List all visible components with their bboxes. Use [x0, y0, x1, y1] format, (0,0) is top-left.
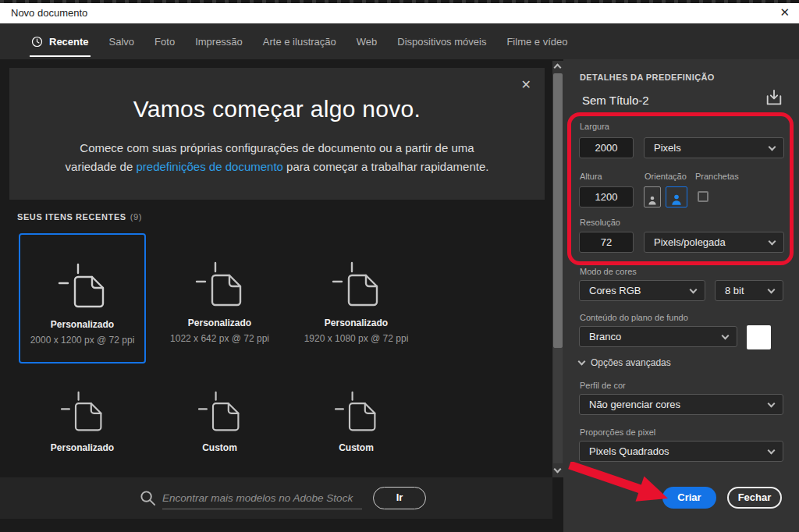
search-icon — [139, 489, 157, 507]
tab-salvo[interactable]: Salvo — [109, 36, 135, 48]
scrollbar-thumb[interactable] — [553, 73, 563, 348]
background-value: Branco — [589, 331, 621, 342]
resolution-unit-dropdown[interactable]: Pixels/polegada — [644, 232, 784, 253]
banner-text: para começar a trabalhar rapidamente. — [283, 160, 488, 173]
resolution-input[interactable]: 72 — [579, 232, 634, 253]
chevron-down-icon — [722, 332, 730, 340]
scrollbar[interactable] — [552, 61, 563, 477]
resolution-unit-value: Pixels/polegada — [654, 236, 726, 248]
panel-heading: DETALHES DA PREDEFINIÇÃO — [580, 73, 715, 82]
recent-card[interactable]: Personalizado 1920 x 1080 px @ 72 ppi — [293, 233, 420, 364]
pixel-aspect-dropdown[interactable]: Pixels Quadrados — [579, 441, 783, 462]
chevron-down-icon — [768, 286, 776, 294]
card-name: Personalizado — [19, 442, 146, 453]
color-mode-value: Cores RGB — [589, 285, 641, 296]
banner-close-icon[interactable]: ✕ — [521, 77, 531, 92]
recent-card[interactable]: Custom — [293, 371, 420, 469]
color-profile-value: Não gerenciar cores — [589, 399, 680, 410]
close-button[interactable]: Fechar — [727, 487, 782, 509]
scroll-down-icon[interactable] — [554, 466, 562, 473]
card-size: 1022 x 642 px @ 72 ppi — [156, 333, 283, 344]
preset-details-panel: DETALHES DA PREDEFINIÇÃO Sem Título-2 La… — [563, 59, 799, 532]
recent-items-count: (9) — [130, 212, 142, 222]
tab-dispositivos-moveis[interactable]: Dispositivos móveis — [397, 36, 486, 48]
card-name: Personalizado — [20, 319, 144, 330]
recent-card[interactable]: Custom — [156, 371, 283, 469]
custom-document-icon — [334, 391, 379, 433]
width-unit-value: Pixels — [654, 142, 681, 154]
recent-card-selected[interactable]: Personalizado 2000 x 1200 px @ 72 ppi — [19, 233, 146, 364]
orientation-label: Orientação — [645, 172, 687, 181]
dialog-titlebar: Novo documento ✕ — [0, 3, 799, 23]
preset-tabbar: Recente Salvo Foto Impressão Arte e ilus… — [0, 23, 799, 59]
recent-items-heading: SEUS ITENS RECENTES(9) — [17, 212, 142, 222]
close-icon[interactable]: ✕ — [779, 5, 790, 20]
portrait-person-icon — [648, 194, 658, 206]
clock-icon — [31, 36, 43, 48]
card-name: Personalizado — [156, 317, 283, 328]
custom-document-icon — [58, 263, 108, 310]
tab-label: Recente — [49, 36, 89, 48]
landscape-person-icon — [670, 193, 683, 206]
custom-document-icon — [197, 391, 243, 433]
tab-recente[interactable]: Recente — [31, 36, 89, 48]
card-size: 2000 x 1200 px @ 72 ppi — [20, 335, 144, 346]
card-name: Custom — [156, 442, 283, 453]
dialog-title: Novo documento — [11, 7, 87, 19]
chevron-down-icon — [690, 286, 698, 294]
chevron-down-icon — [768, 447, 776, 455]
save-preset-icon[interactable] — [765, 89, 783, 108]
orientation-landscape-button[interactable] — [666, 186, 687, 207]
banner-description-line2: variedade de predefinições de documento … — [9, 160, 545, 173]
color-mode-dropdown[interactable]: Cores RGB — [579, 280, 705, 301]
width-label: Largura — [580, 122, 609, 131]
chevron-down-icon — [768, 400, 776, 408]
tab-arte-ilustracao[interactable]: Arte e ilustração — [263, 36, 336, 48]
background-color-swatch[interactable] — [747, 325, 771, 349]
resolution-label: Resolução — [580, 218, 620, 227]
background-dropdown[interactable]: Branco — [579, 326, 737, 347]
advanced-options-toggle[interactable]: Opções avançadas — [579, 357, 671, 368]
new-document-dialog: Novo documento ✕ Recente Salvo Foto Impr… — [0, 0, 799, 532]
document-name-field[interactable]: Sem Título-2 — [582, 94, 649, 107]
height-label: Altura — [580, 172, 602, 181]
color-profile-dropdown[interactable]: Não gerenciar cores — [579, 394, 783, 415]
custom-document-icon — [332, 261, 382, 308]
width-unit-dropdown[interactable]: Pixels — [644, 137, 784, 158]
card-size: 1920 x 1080 px @ 72 ppi — [293, 333, 420, 344]
color-mode-label: Modo de cores — [580, 267, 637, 276]
bit-depth-dropdown[interactable]: 8 bit — [715, 280, 783, 301]
pixel-aspect-label: Proporções de pixel — [580, 427, 655, 437]
go-button[interactable]: Ir — [373, 487, 426, 509]
pixel-aspect-value: Pixels Quadrados — [589, 445, 669, 457]
adobe-stock-searchbar: Encontrar mais modelos no Adobe Stock Ir — [0, 477, 552, 519]
banner-description-line1: Comece com suas próprias configurações d… — [9, 141, 545, 154]
height-input[interactable]: 1200 — [579, 186, 634, 207]
search-input[interactable]: Encontrar mais modelos no Adobe Stock — [162, 487, 362, 509]
banner-title: Vamos começar algo novo. — [9, 96, 545, 122]
chevron-down-icon — [578, 357, 586, 365]
tab-impressao[interactable]: Impressão — [195, 36, 243, 48]
document-presets-link[interactable]: predefinições de documento — [136, 160, 282, 173]
scroll-up-icon[interactable] — [554, 64, 562, 72]
tab-web[interactable]: Web — [357, 36, 378, 48]
artboards-checkbox[interactable] — [698, 191, 708, 202]
recent-card[interactable]: Personalizado — [19, 371, 146, 469]
banner-text: variedade de — [66, 160, 137, 173]
card-name: Custom — [293, 442, 420, 453]
chevron-down-icon — [769, 144, 776, 151]
artboards-label: Pranchetas — [695, 172, 739, 181]
custom-document-icon — [195, 261, 245, 308]
recent-items-heading-text: SEUS ITENS RECENTES — [17, 212, 126, 222]
welcome-banner: ✕ Vamos começar algo novo. Comece com su… — [9, 68, 545, 200]
create-button[interactable]: Criar — [662, 487, 716, 509]
color-profile-label: Perfil de cor — [580, 381, 626, 390]
scrollbar-track[interactable] — [553, 348, 563, 463]
custom-document-icon — [60, 391, 105, 433]
width-input[interactable]: 2000 — [579, 137, 634, 158]
tab-filme-video[interactable]: Filme e vídeo — [506, 36, 567, 48]
orientation-portrait-button[interactable] — [644, 186, 661, 207]
chevron-down-icon — [769, 238, 776, 246]
tab-foto[interactable]: Foto — [154, 36, 175, 48]
recent-card[interactable]: Personalizado 1022 x 642 px @ 72 ppi — [156, 233, 283, 364]
